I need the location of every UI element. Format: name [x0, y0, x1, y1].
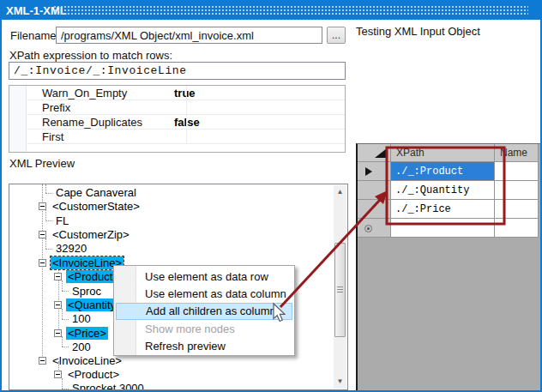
titlebar-pattern — [53, 5, 528, 16]
property-name: Warn_On_Empty — [42, 87, 127, 100]
tree-node-value[interactable]: Sproc — [70, 285, 103, 299]
tree-node-label: FL — [54, 214, 70, 227]
tree-node-value[interactable]: 200 — [70, 341, 93, 354]
tree-line — [45, 249, 52, 250]
tree-node-label: <InvoiceLine> — [51, 354, 123, 367]
tree-line — [62, 347, 69, 347]
xml-preview-label: XML Preview — [9, 157, 75, 170]
properties-grid: Warn_On_Empty true Prefix Rename_Duplica… — [9, 85, 346, 153]
tree-line — [62, 319, 69, 320]
tree-node-label: Cape Canaveral — [54, 186, 138, 199]
collapse-minus-icon[interactable] — [39, 259, 46, 267]
tree-node-label: 32920 — [54, 242, 88, 255]
collapse-minus-icon[interactable] — [54, 329, 62, 337]
tree-line — [62, 389, 69, 389]
properties-gutter — [9, 86, 27, 152]
grid-row-indicator[interactable] — [358, 162, 391, 181]
tree-line — [45, 220, 52, 221]
xpath-label: XPath expression to match rows: — [9, 49, 172, 62]
browse-button[interactable]: ... — [327, 27, 346, 44]
tree-node-element[interactable]: <CustomerState> — [9, 200, 142, 214]
right-panel-heading: Testing XML Input Object — [356, 25, 480, 38]
corner-triangle-icon — [375, 148, 387, 158]
menu-item-show-more-nodes: Show more nodes — [116, 321, 292, 338]
collapse-minus-icon[interactable] — [54, 301, 62, 309]
tree-line — [62, 291, 69, 292]
grid-corner-cell[interactable] — [358, 144, 391, 162]
scroll-up-icon[interactable]: ▲ — [334, 185, 346, 199]
menu-item-refresh-preview[interactable]: Refresh preview — [116, 338, 292, 355]
tree-node-label: <Product> — [66, 368, 121, 381]
property-row[interactable]: Prefix — [27, 100, 345, 115]
tree-node-element-selected[interactable]: <InvoiceLine> — [9, 256, 123, 270]
tree-node-element[interactable]: <CustomerZip> — [9, 228, 131, 242]
tree-node-label: <CustomerZip> — [51, 228, 131, 241]
tree-context-menu: Use element as data row Use element as d… — [113, 265, 295, 356]
tree-line — [45, 193, 52, 194]
menu-item-add-all-children-as-column[interactable]: Add all children as column — [116, 303, 292, 320]
tree-node-element[interactable]: <Quantity> — [9, 299, 124, 312]
tree-node-value[interactable]: Sprocket 3000 — [70, 382, 146, 390]
grid-cell-name[interactable] — [495, 200, 539, 219]
new-row-icon — [364, 225, 372, 232]
xml-input-dialog: XML-1-XML Filename ... XPath expression … — [0, 0, 542, 392]
tree-node-element[interactable]: <InvoiceLine> — [9, 354, 123, 368]
collapse-minus-icon[interactable] — [39, 231, 46, 238]
property-row[interactable]: Rename_Duplicates false — [27, 115, 345, 130]
scrollbar-thumb[interactable] — [334, 243, 346, 337]
tree-node-element[interactable]: <Price> — [9, 327, 108, 341]
collapse-minus-icon[interactable] — [54, 273, 62, 280]
column-divider — [186, 130, 187, 143]
titlebar[interactable]: XML-1-XML — [2, 2, 540, 20]
tree-node-element[interactable]: <Product> — [9, 270, 121, 284]
tree-node-label: Sprocket 3000 — [70, 382, 146, 390]
filename-input[interactable] — [56, 27, 322, 44]
grid-new-row-indicator[interactable] — [358, 219, 391, 238]
collapse-minus-icon[interactable] — [39, 202, 46, 210]
tree-node-element[interactable]: <Product> — [9, 368, 121, 382]
grid-row-indicator[interactable] — [358, 200, 391, 219]
column-divider — [186, 86, 187, 100]
tree-node-value[interactable]: 100 — [70, 312, 93, 326]
tree-node-value[interactable]: Cape Canaveral — [54, 186, 138, 200]
column-divider — [186, 115, 187, 129]
property-row[interactable]: Warn_On_Empty true — [27, 86, 345, 100]
property-name: Rename_Duplicates — [42, 116, 142, 129]
tree-node-value[interactable]: FL — [54, 214, 70, 228]
tree-node-label: 100 — [70, 312, 93, 325]
scrollbar-grip — [337, 286, 343, 293]
tree-node-label: <CustomerState> — [51, 200, 142, 213]
tree-node-label: 200 — [70, 341, 93, 353]
grid-cell-xpath[interactable]: ./_:Quantity — [391, 181, 495, 200]
column-divider — [186, 100, 187, 114]
grid-header-name[interactable]: Name — [495, 144, 539, 162]
columns-grid: XPath Name ./_:Product ./_:Quantity ./_:… — [356, 143, 542, 390]
collapse-minus-icon[interactable] — [54, 371, 62, 378]
property-row[interactable]: First — [27, 130, 345, 144]
tree-node-label: Sproc — [70, 285, 103, 298]
grid-cell-xpath[interactable]: ./_:Product — [391, 162, 495, 181]
xpath-input[interactable] — [9, 62, 346, 80]
grid-cell-name[interactable] — [495, 181, 539, 200]
grid-cell-xpath[interactable] — [391, 219, 495, 238]
property-value[interactable]: true — [174, 87, 196, 100]
tree-node-value[interactable]: 32920 — [54, 242, 88, 256]
tree-line — [45, 184, 46, 193]
tree-node-label: <Price> — [66, 327, 108, 340]
tree-scrollbar[interactable]: ▲ ▼ — [334, 185, 346, 389]
grid-row-indicator[interactable] — [358, 181, 391, 200]
grid-cell-xpath[interactable]: ./_:Price — [391, 200, 495, 219]
scroll-down-icon[interactable]: ▼ — [334, 375, 346, 389]
grid-cell-name[interactable] — [495, 162, 539, 181]
property-name: First — [42, 130, 63, 143]
current-row-arrow-icon — [365, 167, 372, 176]
filename-label: Filename — [10, 29, 56, 42]
grid-header-xpath[interactable]: XPath — [391, 144, 495, 162]
menu-item-use-element-as-data-column[interactable]: Use element as data column — [116, 286, 292, 303]
collapse-minus-icon[interactable] — [39, 357, 46, 365]
grid-cell-name[interactable] — [495, 219, 539, 238]
menu-item-use-element-as-data-row[interactable]: Use element as data row — [116, 268, 292, 286]
property-name: Prefix — [42, 101, 70, 114]
